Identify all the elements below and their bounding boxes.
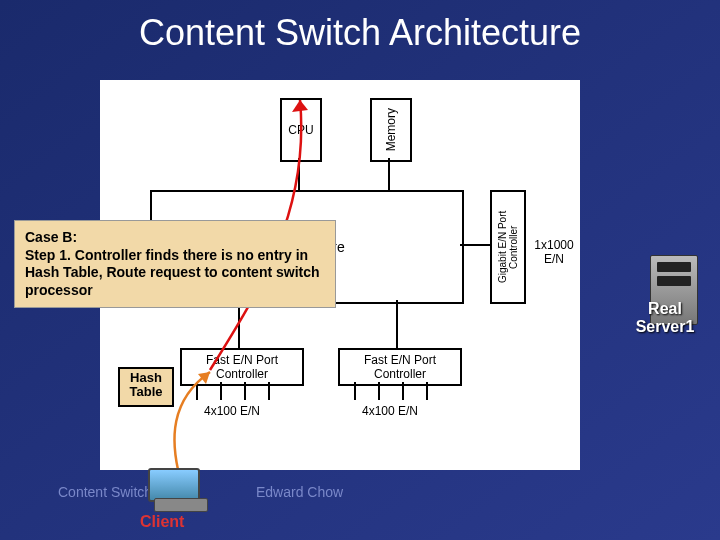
page-title: Content Switch Architecture (0, 12, 720, 54)
memory-label: Memory (384, 108, 398, 151)
fast-controller-right-label: Fast E/N Port Controller (340, 353, 460, 381)
footer-left: Content Switch (58, 484, 152, 500)
gigabit-controller-label: Gigabit E/N Port Controller (498, 192, 519, 302)
gigabit-port-label: 1x1000 E/N (528, 238, 580, 266)
footer-author: Edward Chow (256, 484, 343, 500)
laptop-icon (148, 468, 210, 508)
callout-body: Step 1. Controller finds there is no ent… (25, 247, 325, 300)
fast-port-right-label: 4x100 E/N (362, 404, 418, 418)
callout-heading: Case B: (25, 229, 325, 247)
svg-marker-1 (292, 100, 308, 112)
gigabit-controller-box: Gigabit E/N Port Controller (490, 190, 526, 304)
fast-controller-right: Fast E/N Port Controller (338, 348, 462, 386)
hash-table-box: Hash Table (118, 367, 174, 407)
client-label: Client (140, 513, 184, 531)
memory-box: Memory (370, 98, 412, 162)
case-b-callout: Case B: Step 1. Controller finds there i… (14, 220, 336, 308)
server-label: Real Server1 (620, 300, 710, 335)
